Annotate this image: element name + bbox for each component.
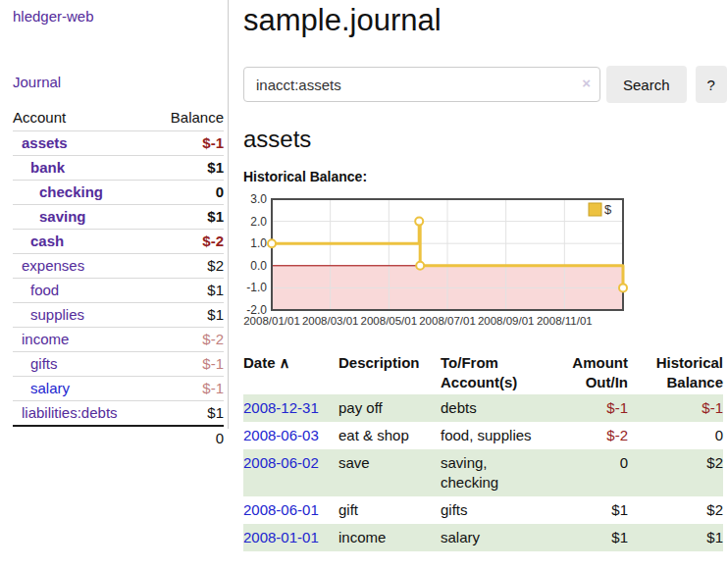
- search-input[interactable]: [243, 67, 600, 102]
- transaction-balance: $1: [628, 524, 723, 551]
- svg-text:$: $: [604, 202, 612, 217]
- account-row: gifts$-1: [13, 352, 224, 377]
- register-row: 2008-06-02savesaving, checking0$2: [243, 449, 723, 496]
- account-balance-value: $-1: [152, 377, 224, 401]
- account-row: salary$-1: [13, 377, 224, 401]
- transaction-balance: 0: [628, 422, 723, 449]
- sidebar-account-link[interactable]: saving: [39, 208, 86, 225]
- sidebar-account-link[interactable]: checking: [39, 183, 103, 200]
- svg-text:2008/09/01: 2008/09/01: [478, 315, 535, 327]
- account-balance-value: $1: [152, 279, 224, 303]
- transaction-amount: $1: [540, 524, 628, 551]
- search-form: × Search ?: [243, 66, 728, 103]
- register-header-to/from-account(s): To/FromAccount(s): [441, 351, 540, 394]
- sidebar-account-link[interactable]: liabilities:debts: [22, 404, 118, 421]
- register-header-description: Description: [338, 351, 441, 394]
- account-balance-value: $-1: [152, 131, 224, 156]
- register-row: 2008-06-01giftgifts$1$2: [243, 496, 723, 524]
- transaction-accounts: gifts: [441, 496, 540, 524]
- accounts-total-value: 0: [152, 426, 224, 449]
- transaction-date-link[interactable]: 2008-06-03: [243, 427, 319, 443]
- sort-ascending-icon[interactable]: ∧: [280, 354, 290, 371]
- account-row: expenses$2: [13, 254, 224, 279]
- transaction-description: save: [338, 449, 441, 496]
- transaction-date-link[interactable]: 2008-12-31: [243, 399, 319, 416]
- clear-search-icon[interactable]: ×: [582, 75, 591, 91]
- transaction-description: eat & shop: [338, 422, 441, 449]
- transaction-accounts: food, supplies: [441, 422, 540, 449]
- svg-text:2.0: 2.0: [250, 215, 267, 229]
- account-row: supplies$1: [13, 303, 224, 328]
- transaction-balance: $-1: [628, 394, 723, 422]
- svg-text:2008/11/01: 2008/11/01: [537, 315, 593, 327]
- sidebar-account-link[interactable]: salary: [30, 380, 70, 396]
- account-balance-value: $-1: [152, 352, 224, 377]
- account-row: income$-2: [13, 328, 224, 352]
- sidebar-account-link[interactable]: bank: [30, 159, 65, 176]
- nav-journal-link[interactable]: Journal: [13, 74, 228, 90]
- transaction-amount: 0: [540, 449, 628, 496]
- sidebar-account-link[interactable]: expenses: [22, 257, 84, 274]
- svg-text:-1.0: -1.0: [246, 281, 267, 294]
- transaction-accounts: salary: [441, 524, 540, 551]
- sidebar-account-link[interactable]: food: [30, 282, 59, 298]
- svg-text:3.0: 3.0: [250, 192, 267, 206]
- register-table: Date∧DescriptionTo/FromAccount(s)AmountO…: [243, 351, 723, 551]
- transaction-date-link[interactable]: 2008-06-02: [243, 454, 319, 471]
- account-column-header: Account: [13, 106, 152, 131]
- historical-balance-chart: $3.02.01.00.0-1.0-2.02008/01/012008/03/0…: [243, 190, 728, 336]
- sidebar-account-link[interactable]: gifts: [30, 355, 58, 372]
- sidebar-account-link[interactable]: cash: [30, 233, 64, 249]
- register-row: 2008-06-03eat & shopfood, supplies$-20: [243, 422, 723, 449]
- register-row: 2008-12-31pay offdebts$-1$-1: [243, 394, 723, 422]
- svg-text:2008/05/01: 2008/05/01: [361, 315, 418, 327]
- register-header-amount-out/in: AmountOut/In: [540, 351, 628, 394]
- transaction-accounts: saving, checking: [441, 449, 540, 496]
- account-row: saving$1: [13, 205, 224, 230]
- register-header-date[interactable]: Date∧: [243, 351, 338, 394]
- sidebar-account-link[interactable]: supplies: [30, 306, 84, 323]
- account-row: bank$1: [13, 156, 224, 181]
- transaction-description: gift: [338, 496, 441, 524]
- account-balance-value: $2: [152, 254, 224, 279]
- transaction-date-link[interactable]: 2008-06-01: [243, 501, 319, 518]
- register-header-historical-balance: HistoricalBalance: [628, 351, 723, 394]
- transaction-amount: $-2: [540, 422, 628, 449]
- account-row: cash$-2: [13, 230, 224, 254]
- account-row: liabilities:debts$1: [13, 401, 224, 427]
- account-balance-value: $1: [152, 401, 224, 427]
- brand-link[interactable]: hledger-web: [13, 8, 228, 25]
- transaction-description: pay off: [338, 394, 441, 422]
- page-title: sample.journal: [243, 1, 728, 40]
- search-button[interactable]: Search: [606, 66, 687, 103]
- transaction-description: income: [338, 524, 441, 551]
- accounts-table: Account Balance assets$-1bank$1checking0…: [13, 106, 224, 449]
- register-row: 2008-01-01incomesalary$1$1: [243, 524, 723, 551]
- transaction-amount: $-1: [540, 394, 628, 422]
- svg-text:1.0: 1.0: [250, 236, 267, 250]
- accounts-total-row: 0: [13, 426, 224, 449]
- account-balance-value: 0: [152, 181, 224, 205]
- main-content: sample.journal × Search ? assets Histori…: [229, 0, 728, 551]
- transaction-balance: $2: [628, 496, 723, 524]
- svg-text:2008/07/01: 2008/07/01: [419, 315, 476, 327]
- transaction-amount: $1: [540, 496, 628, 524]
- svg-text:2008/03/01: 2008/03/01: [302, 315, 359, 327]
- search-box: ×: [243, 67, 600, 102]
- account-balance-value: $-2: [152, 328, 224, 352]
- balance-column-header: Balance: [152, 106, 224, 131]
- account-balance-value: $1: [152, 156, 224, 181]
- sidebar: hledger-web Journal Account Balance asse…: [0, 0, 229, 429]
- chart-title: Historical Balance:: [243, 169, 728, 184]
- svg-text:0.0: 0.0: [250, 259, 267, 273]
- help-button[interactable]: ?: [696, 66, 727, 103]
- sidebar-account-link[interactable]: assets: [22, 134, 68, 151]
- account-row: assets$-1: [13, 131, 224, 156]
- app-window: hledger-web Journal Account Balance asse…: [0, 0, 728, 551]
- sidebar-account-link[interactable]: income: [22, 331, 69, 347]
- account-row: checking0: [13, 181, 224, 205]
- transaction-balance: $2: [628, 449, 723, 496]
- account-row: food$1: [13, 279, 224, 303]
- account-balance-value: $1: [152, 303, 224, 328]
- transaction-date-link[interactable]: 2008-01-01: [243, 529, 319, 545]
